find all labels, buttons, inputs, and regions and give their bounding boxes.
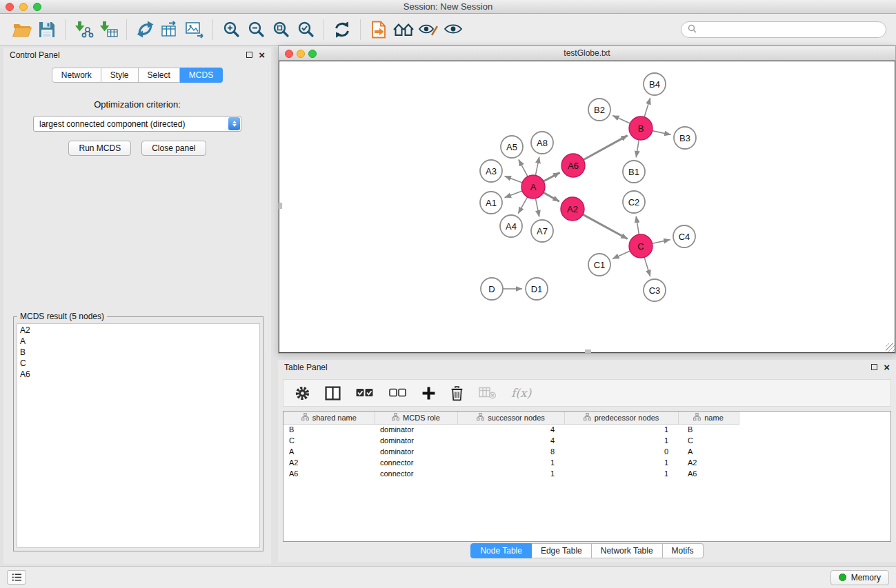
run-mcds-button[interactable]: Run MCDS [68,141,131,156]
graph-node-A4[interactable]: A4 [500,215,522,237]
graph-node-A7[interactable]: A7 [531,220,553,242]
graph-edge-C-C3[interactable] [644,257,650,276]
mcds-result-item[interactable]: A [20,336,257,347]
table-cell[interactable]: C [283,435,375,446]
show-columns-icon[interactable] [325,386,341,401]
tab-mcds[interactable]: MCDS [180,68,223,83]
table-cell[interactable]: 1 [564,457,678,468]
table-cell[interactable]: 1 [564,468,678,479]
table-cell[interactable]: A6 [678,468,739,479]
table-row[interactable]: Adominator80A [283,446,739,457]
network-minimize-button[interactable] [297,50,305,58]
tab-network[interactable]: Network [52,68,101,83]
table-cell[interactable]: 4 [457,435,564,446]
graph-node-A1[interactable]: A1 [480,192,502,214]
table-cell[interactable]: A [283,446,375,457]
criterion-dropdown[interactable]: largest connected component (directed) [33,116,241,132]
table-cell[interactable]: 0 [564,446,678,457]
table-cell[interactable]: B [678,424,739,435]
open-folder-icon[interactable] [10,18,34,41]
apply-layout-icon[interactable] [132,18,157,41]
table-cell[interactable]: connector [375,468,457,479]
column-header-name[interactable]: name [678,412,739,424]
resize-grip[interactable] [886,343,895,352]
mcds-result-item[interactable]: C [20,358,257,369]
graph-edge-A-A8[interactable] [535,157,539,176]
export-image-icon[interactable] [182,18,207,41]
tab-style[interactable]: Style [101,68,139,83]
table-cell[interactable]: A2 [678,457,739,468]
table-row[interactable]: Cdominator41C [283,435,739,446]
close-table-panel-icon[interactable]: × [884,364,890,371]
table-row[interactable]: A6connector11A6 [283,468,739,479]
graph-edge-A2-C[interactable] [583,214,628,239]
add-column-icon[interactable] [421,386,436,401]
table-settings-gear-icon[interactable] [295,385,310,401]
minimize-window-button[interactable] [19,3,28,11]
import-network-icon[interactable] [71,18,96,41]
zoom-selected-icon[interactable] [293,18,318,41]
tab-select[interactable]: Select [139,68,180,83]
search-field[interactable] [681,21,886,38]
vertical-scroll-indicator[interactable] [279,203,282,209]
close-panel-button[interactable]: Close panel [141,141,206,156]
column-header-shared-name[interactable]: shared name [283,412,375,424]
graph-edge-A-A5[interactable] [519,160,528,177]
search-input[interactable] [701,25,879,34]
graph-node-A5[interactable]: A5 [501,136,523,158]
tab-edge-table[interactable]: Edge Table [532,543,592,558]
graph-edge-A-A6[interactable] [544,172,560,181]
graph-node-C4[interactable]: C4 [673,225,695,247]
graph-node-B1[interactable]: B1 [623,161,645,183]
network-overview-icon[interactable] [391,18,416,41]
network-close-button[interactable] [285,50,293,58]
network-maximize-button[interactable] [308,50,317,58]
column-header-mcds-role[interactable]: MCDS role [375,412,457,424]
graph-node-B3[interactable]: B3 [674,127,696,149]
hide-graphics-details-icon[interactable] [416,18,441,41]
graph-node-D1[interactable]: D1 [526,278,548,300]
table-cell[interactable]: B [283,424,375,435]
graph-edge-B-B3[interactable] [653,131,671,135]
table-cell[interactable]: connector [375,457,457,468]
mcds-result-item[interactable]: A6 [20,369,257,380]
table-cell[interactable]: dominator [375,424,457,435]
network-canvas[interactable]: B4B2BB3A5A8A6B1A3AC2A1A2A4A7CC4C1C3DD1 [279,61,895,353]
export-network-file-icon[interactable] [366,18,391,41]
refresh-icon[interactable] [330,18,355,41]
graph-edge-A-A2[interactable] [544,192,559,201]
memory-button[interactable]: Memory [830,570,889,585]
table-cell[interactable]: A [678,446,739,457]
deselect-all-columns-icon[interactable] [388,386,407,400]
table-cell[interactable]: C [678,435,739,446]
mcds-result-item[interactable]: A2 [20,325,257,336]
table-cell[interactable]: 4 [457,424,564,435]
delete-column-trash-icon[interactable] [450,385,464,401]
graph-edge-A-A3[interactable] [505,176,523,183]
graph-edge-B-B1[interactable] [636,140,639,158]
table-row[interactable]: A2connector11A2 [283,457,739,468]
tab-node-table[interactable]: Node Table [470,543,532,558]
column-header-successor-nodes[interactable]: successor nodes [457,412,564,424]
delete-table-icon[interactable] [478,386,497,400]
save-icon[interactable] [34,18,59,41]
graph-edge-C-C2[interactable] [636,216,639,235]
maximize-window-button[interactable] [33,3,41,11]
graph-edge-C-C1[interactable] [613,251,630,258]
close-panel-icon[interactable]: × [259,52,265,59]
zoom-in-icon[interactable] [219,18,243,41]
graph-node-A6[interactable]: A6 [561,154,585,177]
table-cell[interactable]: 1 [457,468,564,479]
graph-edge-B-B2[interactable] [613,116,630,123]
import-table-icon[interactable] [96,18,121,41]
close-window-button[interactable] [6,3,14,11]
graph-node-C1[interactable]: C1 [588,254,610,276]
zoom-out-icon[interactable] [243,18,268,41]
network-table-icon[interactable] [157,18,182,41]
table-cell[interactable]: 1 [564,424,678,435]
graph-node-B[interactable]: B [629,116,653,140]
zoom-fit-icon[interactable] [268,18,293,41]
tab-motifs[interactable]: Motifs [663,543,704,558]
table-cell[interactable]: dominator [375,435,457,446]
graph-node-B4[interactable]: B4 [644,73,666,95]
